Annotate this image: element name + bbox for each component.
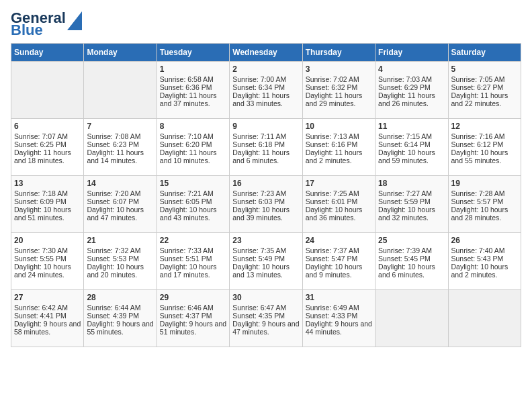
cell-text: Sunrise: 7:20 AM: [87, 189, 153, 197]
cell-text: Sunrise: 6:42 AM: [14, 304, 81, 312]
cell-text: Sunrise: 7:07 AM: [14, 132, 81, 140]
week-row-2: 6Sunrise: 7:07 AMSunset: 6:25 PMDaylight…: [11, 119, 521, 176]
cell-text: Sunrise: 7:28 AM: [451, 189, 518, 197]
cell-text: Sunset: 4:33 PM: [306, 312, 372, 320]
calendar-cell: [11, 62, 84, 119]
cell-text: Sunset: 5:45 PM: [378, 255, 445, 263]
cell-text: Sunset: 6:12 PM: [451, 140, 518, 148]
cell-text: Sunset: 4:41 PM: [14, 312, 81, 320]
day-number: 17: [306, 179, 372, 188]
cell-text: Sunrise: 7:37 AM: [306, 246, 372, 255]
header-cell-wednesday: Wednesday: [230, 44, 302, 62]
header-cell-sunday: Sunday: [11, 44, 84, 62]
calendar-table: SundayMondayTuesdayWednesdayThursdayFrid…: [11, 43, 521, 347]
cell-text: Sunset: 6:36 PM: [160, 83, 226, 91]
day-number: 19: [451, 179, 518, 188]
day-number: 10: [306, 122, 372, 131]
cell-text: Sunset: 6:09 PM: [14, 197, 81, 205]
calendar-cell: 18Sunrise: 7:27 AMSunset: 5:59 PMDayligh…: [375, 176, 448, 233]
day-number: 12: [451, 122, 518, 131]
cell-text: Daylight: 10 hours and 28 minutes.: [451, 205, 518, 222]
calendar-cell: 23Sunrise: 7:35 AMSunset: 5:49 PMDayligh…: [230, 233, 302, 290]
day-number: 23: [232, 236, 299, 245]
day-number: 22: [160, 236, 226, 245]
cell-text: Sunset: 6:29 PM: [378, 83, 445, 91]
cell-text: Daylight: 10 hours and 17 minutes.: [160, 263, 226, 279]
day-number: 8: [160, 122, 226, 131]
calendar-cell: 14Sunrise: 7:20 AMSunset: 6:07 PMDayligh…: [84, 176, 157, 233]
cell-text: Daylight: 10 hours and 2 minutes.: [451, 263, 518, 279]
cell-text: Sunset: 4:39 PM: [87, 312, 153, 320]
cell-text: Sunrise: 7:13 AM: [306, 132, 372, 140]
day-number: 14: [87, 179, 153, 188]
calendar-cell: 29Sunrise: 6:46 AMSunset: 4:37 PMDayligh…: [157, 290, 229, 347]
header-cell-friday: Friday: [375, 44, 448, 62]
header-cell-saturday: Saturday: [448, 44, 521, 62]
logo-icon: [67, 11, 82, 30]
calendar-cell: 16Sunrise: 7:23 AMSunset: 6:03 PMDayligh…: [230, 176, 302, 233]
day-number: 3: [306, 64, 372, 74]
cell-text: Sunset: 6:27 PM: [451, 83, 518, 91]
cell-text: Daylight: 10 hours and 39 minutes.: [232, 205, 299, 222]
calendar-cell: 31Sunrise: 6:49 AMSunset: 4:33 PMDayligh…: [302, 290, 375, 347]
calendar-cell: 10Sunrise: 7:13 AMSunset: 6:16 PMDayligh…: [302, 119, 375, 176]
cell-text: Daylight: 11 hours and 33 minutes.: [232, 91, 299, 107]
calendar-cell: 8Sunrise: 7:10 AMSunset: 6:20 PMDaylight…: [157, 119, 229, 176]
cell-text: Daylight: 11 hours and 37 minutes.: [160, 91, 226, 107]
day-number: 1: [160, 64, 226, 74]
cell-text: Daylight: 10 hours and 24 minutes.: [14, 263, 81, 279]
cell-text: Sunrise: 7:10 AM: [160, 132, 226, 140]
cell-text: Daylight: 11 hours and 18 minutes.: [14, 148, 81, 165]
calendar-cell: [84, 62, 157, 119]
cell-text: Sunrise: 7:08 AM: [87, 132, 153, 140]
svg-marker-0: [67, 11, 82, 30]
calendar-cell: 15Sunrise: 7:21 AMSunset: 6:05 PMDayligh…: [157, 176, 229, 233]
calendar-cell: [448, 290, 521, 347]
cell-text: Sunset: 6:05 PM: [160, 197, 226, 205]
cell-text: Sunrise: 7:33 AM: [160, 246, 226, 255]
day-number: 15: [160, 179, 226, 188]
day-number: 13: [14, 179, 81, 188]
cell-text: Sunset: 6:14 PM: [378, 140, 445, 148]
calendar-cell: 24Sunrise: 7:37 AMSunset: 5:47 PMDayligh…: [302, 233, 375, 290]
cell-text: Sunrise: 7:15 AM: [378, 132, 445, 140]
cell-text: Sunrise: 7:40 AM: [451, 246, 518, 255]
cell-text: Daylight: 10 hours and 47 minutes.: [87, 205, 153, 222]
day-number: 9: [232, 122, 299, 131]
cell-text: Sunset: 6:32 PM: [306, 83, 372, 91]
day-number: 5: [451, 64, 518, 74]
cell-text: Sunrise: 7:30 AM: [14, 246, 81, 255]
calendar-cell: 27Sunrise: 6:42 AMSunset: 4:41 PMDayligh…: [11, 290, 84, 347]
cell-text: Sunrise: 7:02 AM: [306, 75, 372, 83]
cell-text: Sunset: 5:47 PM: [306, 255, 372, 263]
day-number: 18: [378, 179, 445, 188]
week-row-1: 1Sunrise: 6:58 AMSunset: 6:36 PMDaylight…: [11, 62, 521, 119]
calendar-cell: 26Sunrise: 7:40 AMSunset: 5:43 PMDayligh…: [448, 233, 521, 290]
cell-text: Sunset: 6:23 PM: [87, 140, 153, 148]
week-row-4: 20Sunrise: 7:30 AMSunset: 5:55 PMDayligh…: [11, 233, 521, 290]
cell-text: Sunset: 6:16 PM: [306, 140, 372, 148]
calendar-cell: 28Sunrise: 6:44 AMSunset: 4:39 PMDayligh…: [84, 290, 157, 347]
day-number: 7: [87, 122, 153, 131]
day-number: 31: [306, 293, 372, 302]
cell-text: Sunset: 6:01 PM: [306, 197, 372, 205]
cell-text: Sunset: 6:25 PM: [14, 140, 81, 148]
cell-text: Daylight: 10 hours and 55 minutes.: [451, 148, 518, 165]
day-number: 21: [87, 236, 153, 245]
day-number: 27: [14, 293, 81, 302]
week-row-3: 13Sunrise: 7:18 AMSunset: 6:09 PMDayligh…: [11, 176, 521, 233]
cell-text: Sunrise: 7:32 AM: [87, 246, 153, 255]
cell-text: Sunrise: 6:47 AM: [232, 304, 299, 312]
logo: GeneralBlue: [11, 11, 82, 38]
cell-text: Sunrise: 7:35 AM: [232, 246, 299, 255]
calendar-cell: 6Sunrise: 7:07 AMSunset: 6:25 PMDaylight…: [11, 119, 84, 176]
cell-text: Sunset: 6:03 PM: [232, 197, 299, 205]
cell-text: Daylight: 10 hours and 59 minutes.: [378, 148, 445, 165]
cell-text: Daylight: 10 hours and 13 minutes.: [232, 263, 299, 279]
cell-text: Sunrise: 6:49 AM: [306, 304, 372, 312]
cell-text: Sunrise: 7:18 AM: [14, 189, 81, 197]
calendar-cell: 11Sunrise: 7:15 AMSunset: 6:14 PMDayligh…: [375, 119, 448, 176]
logo-text: GeneralBlue: [11, 11, 66, 38]
cell-text: Daylight: 11 hours and 6 minutes.: [232, 148, 299, 165]
cell-text: Daylight: 11 hours and 26 minutes.: [378, 91, 445, 107]
